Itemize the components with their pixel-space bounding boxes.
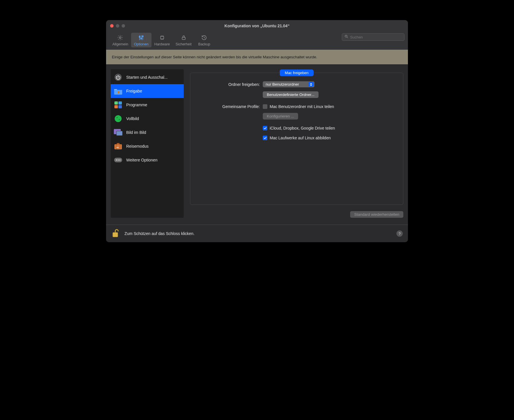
lock-bar: Zum Schützen auf das Schloss klicken. ? xyxy=(106,225,408,242)
search-input[interactable] xyxy=(350,35,402,39)
unlocked-padlock-icon[interactable] xyxy=(111,229,120,238)
share-mac-home-checkbox[interactable] xyxy=(263,104,267,109)
svg-point-6 xyxy=(142,36,143,37)
share-cloud-checkbox[interactable] xyxy=(263,126,267,130)
svg-rect-7 xyxy=(160,36,164,39)
svg-rect-18 xyxy=(118,105,122,108)
toolbar-tab-hardware[interactable]: Hardware xyxy=(151,33,173,47)
gear-icon xyxy=(117,34,123,41)
svg-point-5 xyxy=(141,38,142,39)
svg-line-10 xyxy=(347,37,348,38)
svg-point-26 xyxy=(117,147,118,148)
lock-icon xyxy=(181,34,187,41)
apps-grid-icon xyxy=(114,100,123,109)
svg-point-27 xyxy=(118,147,119,148)
svg-rect-16 xyxy=(118,101,122,105)
svg-point-19 xyxy=(115,115,122,122)
share-folders-select[interactable]: nur Benutzerordner xyxy=(263,81,314,87)
pip-icon xyxy=(114,128,123,137)
sidebar-item-pip[interactable]: Bild im Bild xyxy=(111,126,184,139)
share-folders-label: Ordner freigeben: xyxy=(197,82,263,87)
sidebar-item-travel[interactable]: Reisemodus xyxy=(111,139,184,153)
fullscreen-icon xyxy=(114,114,123,123)
toolbar-tab-backup[interactable]: Backup xyxy=(194,33,214,47)
search-field[interactable] xyxy=(342,33,404,41)
content-area: Mac freigeben Ordner freigeben: nur Benu… xyxy=(190,69,403,218)
svg-rect-14 xyxy=(118,91,120,93)
sidebar-item-sharing[interactable]: Freigabe xyxy=(111,84,184,98)
lock-text: Zum Schützen auf das Schloss klicken. xyxy=(124,231,195,236)
window-title: Konfiguration von „Ubuntu 21.04“ xyxy=(106,24,408,28)
svg-rect-23 xyxy=(117,143,120,145)
search-icon xyxy=(344,34,348,40)
share-mac-home-label: Mac Benutzerordner mit Linux teilen xyxy=(270,104,334,109)
custom-folders-button[interactable]: Benutzerdefinierte Ordner... xyxy=(263,91,319,98)
svg-point-31 xyxy=(119,159,120,161)
svg-point-9 xyxy=(345,35,347,37)
sidebar-item-more[interactable]: Weitere Optionen xyxy=(111,153,184,167)
toolbar-tab-security[interactable]: Sicherheit xyxy=(173,33,195,47)
shared-profiles-label: Gemeinsame Profile: xyxy=(197,104,263,109)
power-icon xyxy=(114,73,123,82)
restore-defaults-button[interactable]: Standard wiederherstellen xyxy=(350,211,403,218)
help-button[interactable]: ? xyxy=(396,230,403,237)
share-cloud-label: iCloud, Dropbox, Google Drive teilen xyxy=(270,126,335,130)
warning-banner: Einige der Einstellungen auf dieser Seit… xyxy=(106,50,408,65)
svg-rect-17 xyxy=(114,105,118,108)
svg-rect-8 xyxy=(182,37,185,39)
map-drives-checkbox[interactable] xyxy=(263,136,267,140)
sidebar-item-fullscreen[interactable]: Vollbild xyxy=(111,112,184,126)
titlebar: Konfiguration von „Ubuntu 21.04“ xyxy=(106,20,408,32)
svg-rect-15 xyxy=(114,101,118,105)
suitcase-icon xyxy=(114,142,123,151)
sliders-icon xyxy=(138,34,144,41)
sidebar-item-applications[interactable]: Programme xyxy=(111,98,184,112)
svg-point-29 xyxy=(116,159,117,161)
svg-point-0 xyxy=(120,37,121,38)
svg-point-4 xyxy=(139,36,140,37)
svg-rect-21 xyxy=(116,131,122,136)
settings-panel: Mac freigeben Ordner freigeben: nur Benu… xyxy=(190,73,403,205)
toolbar-tab-general[interactable]: Allgemein xyxy=(110,33,131,47)
more-icon xyxy=(114,155,123,165)
svg-rect-22 xyxy=(114,144,122,149)
sidebar-item-startup[interactable]: Starten und Ausschal... xyxy=(111,70,184,84)
cpu-icon xyxy=(159,34,165,41)
settings-window: Konfiguration von „Ubuntu 21.04“ Allgeme… xyxy=(106,20,408,242)
toolbar: Allgemein Optionen Hardware Sicherheit B… xyxy=(106,32,408,50)
select-arrows-icon xyxy=(308,82,314,87)
backup-clock-icon xyxy=(201,34,207,41)
map-drives-label: Mac Laufwerke auf Linux abbilden xyxy=(270,136,331,140)
sidebar: Starten und Ausschal... Freigabe Program… xyxy=(111,69,184,218)
folder-share-icon xyxy=(114,86,123,96)
toolbar-tab-options[interactable]: Optionen xyxy=(131,33,151,47)
configure-button: Konfigurieren ... xyxy=(263,113,298,120)
svg-point-30 xyxy=(118,159,119,161)
section-tab-share-mac[interactable]: Mac freigeben xyxy=(197,70,397,76)
svg-rect-24 xyxy=(116,144,117,149)
svg-rect-25 xyxy=(120,144,120,149)
